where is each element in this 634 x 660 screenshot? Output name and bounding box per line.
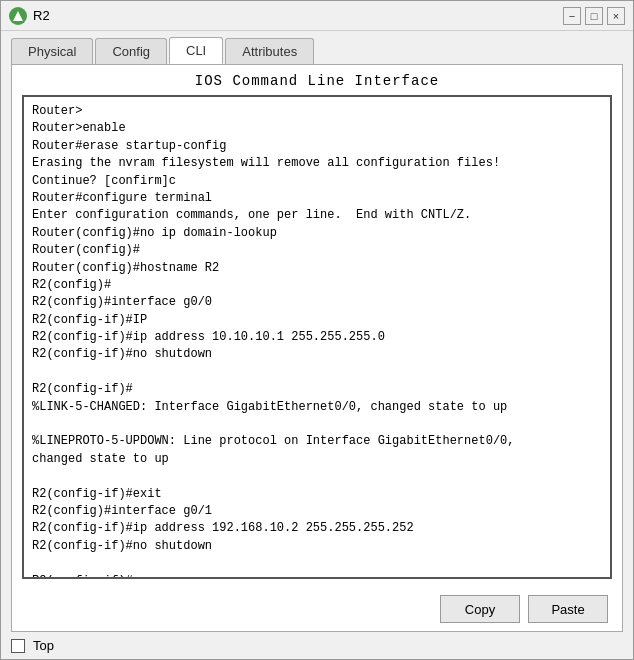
tab-cli[interactable]: CLI	[169, 37, 223, 64]
bottom-bar: Top	[1, 632, 633, 659]
close-button[interactable]: ×	[607, 7, 625, 25]
minimize-button[interactable]: −	[563, 7, 581, 25]
copy-button[interactable]: Copy	[440, 595, 520, 623]
paste-button[interactable]: Paste	[528, 595, 608, 623]
title-bar-left: R2	[9, 7, 50, 25]
main-window: R2 − □ × Physical Config CLI Attributes …	[0, 0, 634, 660]
top-checkbox[interactable]	[11, 639, 25, 653]
top-label: Top	[33, 638, 54, 653]
button-row: Copy Paste	[12, 589, 622, 631]
title-bar: R2 − □ ×	[1, 1, 633, 31]
tab-bar: Physical Config CLI Attributes	[1, 31, 633, 64]
svg-marker-0	[13, 11, 23, 21]
window-title: R2	[33, 8, 50, 23]
terminal-text: Router> Router>enable Router#erase start…	[24, 97, 610, 579]
title-bar-controls: − □ ×	[563, 7, 625, 25]
tab-physical[interactable]: Physical	[11, 38, 93, 64]
cli-header: IOS Command Line Interface	[12, 65, 622, 95]
terminal-area[interactable]: Router> Router>enable Router#erase start…	[22, 95, 612, 579]
tab-attributes[interactable]: Attributes	[225, 38, 314, 64]
maximize-button[interactable]: □	[585, 7, 603, 25]
tab-config[interactable]: Config	[95, 38, 167, 64]
content-area: IOS Command Line Interface Router> Route…	[11, 64, 623, 632]
app-icon	[9, 7, 27, 25]
